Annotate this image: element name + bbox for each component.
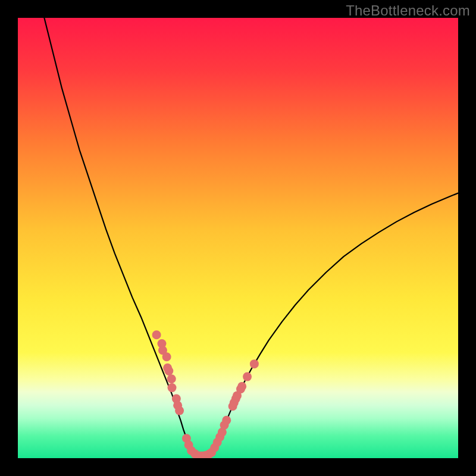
data-point bbox=[250, 359, 259, 368]
data-point bbox=[222, 416, 231, 425]
data-points-layer bbox=[18, 18, 458, 458]
data-point bbox=[237, 382, 246, 391]
data-point bbox=[243, 372, 252, 381]
chart-frame: TheBottleneck.com bbox=[0, 0, 476, 476]
data-point bbox=[168, 383, 177, 392]
data-point bbox=[175, 406, 184, 415]
data-point bbox=[167, 374, 176, 383]
watermark-text: TheBottleneck.com bbox=[346, 2, 470, 19]
data-point bbox=[164, 367, 173, 375]
data-point bbox=[162, 352, 171, 361]
data-point bbox=[152, 330, 161, 339]
plot-area bbox=[18, 18, 458, 458]
